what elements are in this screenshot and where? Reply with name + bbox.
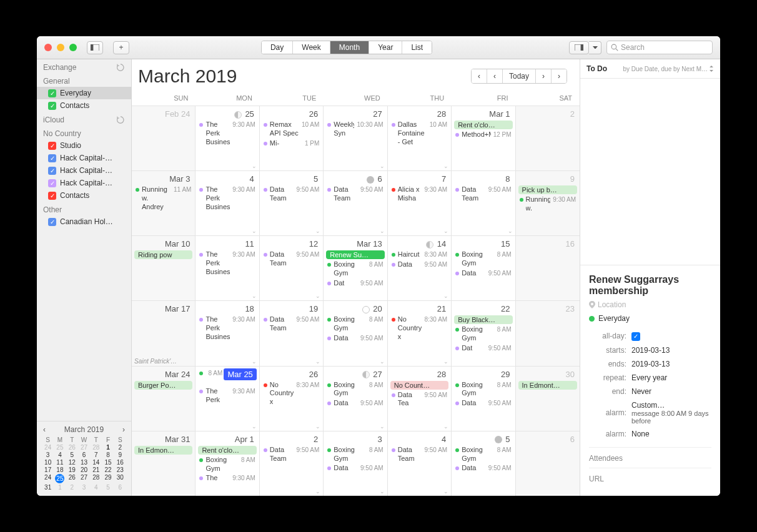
day-cell[interactable]: 26Remax API Spec10 AMMi-1 PM	[260, 106, 324, 170]
zoom-icon[interactable]	[69, 44, 77, 51]
allday-event[interactable]: Buy Black…	[454, 315, 512, 324]
more-icon[interactable]: ⌄	[380, 488, 385, 495]
mini-day[interactable]: 17	[42, 466, 54, 473]
view-day[interactable]: Day	[262, 41, 293, 54]
next-button[interactable]: ›	[552, 69, 567, 83]
mini-day[interactable]: 31	[42, 484, 54, 491]
allday-event[interactable]: Pick up b…	[518, 185, 577, 194]
allday-checkbox[interactable]: ✓	[631, 332, 640, 341]
allday-event[interactable]: No Count…	[390, 381, 448, 390]
day-cell[interactable]: 12Data Team9:50 AM⌄	[260, 235, 324, 300]
mini-day[interactable]: 26	[66, 444, 78, 451]
event[interactable]: Boxing Gym8 AM	[326, 260, 384, 278]
mini-day[interactable]: 3	[78, 484, 90, 491]
event[interactable]: The Perk Busines9:30 AM	[198, 315, 256, 342]
day-cell[interactable]: 22Buy Black…Boxing Gym8 AMDat9:50 AM	[452, 300, 515, 365]
allday-event[interactable]: In Edmont…	[518, 381, 577, 390]
prev-button-2[interactable]: ‹	[487, 69, 503, 83]
day-cell[interactable]: 26No Country x8:30 AM⌄	[260, 366, 324, 431]
ends-value[interactable]: 2019-03-13	[631, 360, 711, 368]
event[interactable]: The Perk Busines9:30 AM	[198, 185, 256, 212]
sidebar-item[interactable]: ✓Studio	[37, 139, 131, 152]
checkbox-icon[interactable]: ✓	[48, 179, 56, 187]
day-cell[interactable]: Mar 31In Edmon…	[132, 431, 195, 496]
event[interactable]: Data9:50 AM	[326, 333, 384, 343]
mini-day[interactable]: 6	[78, 451, 90, 458]
day-cell[interactable]: Mar 24Burger Po…	[132, 366, 195, 431]
more-icon[interactable]: ⌄	[252, 423, 257, 430]
day-cell[interactable]: 29Boxing Gym8 AMData9:50 AM	[452, 366, 515, 431]
mini-day[interactable]: 30	[114, 474, 126, 483]
mini-day[interactable]: 20	[78, 466, 90, 473]
event[interactable]: Data9:50 AM	[454, 398, 512, 408]
day-cell[interactable]: 27Weekly Syn10:30 AM⌄	[324, 106, 387, 170]
day-cell[interactable]: 27Boxing Gym8 AMData9:50 AM⌄	[324, 366, 387, 431]
mini-day[interactable]: 15	[102, 459, 114, 466]
event[interactable]: Boxing Gym8 AM	[454, 250, 512, 268]
day-cell[interactable]: 30In Edmont…	[516, 366, 580, 431]
mini-day[interactable]: 22	[102, 466, 114, 473]
day-cell[interactable]: Mar 25Boxing Gym8 AMThe Perk9:30 AM⌄	[195, 366, 259, 431]
day-cell[interactable]: 16	[516, 235, 580, 300]
mini-day[interactable]: 16	[114, 459, 126, 466]
more-icon[interactable]: ⌄	[443, 228, 448, 234]
mini-day[interactable]: 4	[90, 484, 102, 491]
event[interactable]: Boxing Gym8 AM	[454, 380, 512, 399]
event[interactable]: Data Team9:50 AM	[262, 185, 320, 204]
event-calendar-chip[interactable]: Everyday	[589, 314, 711, 323]
event[interactable]: Data9:50 AM	[454, 268, 512, 278]
event[interactable]: Weekly Syn10:30 AM	[326, 120, 384, 139]
alarm-value[interactable]: Custom… message 8:00 AM 9 days before	[631, 401, 711, 425]
more-icon[interactable]: ⌄	[315, 423, 320, 430]
day-cell[interactable]: 9Pick up b…Running w.9:30 AM	[516, 170, 580, 235]
checkbox-icon[interactable]: ✓	[48, 89, 56, 97]
sidebar-item[interactable]: ✓Canadian Hol…	[37, 215, 131, 228]
day-cell[interactable]: 14Haircut8:30 AMData9:50 AM⌄	[388, 235, 452, 300]
event[interactable]: Boxing Gym8 AM	[198, 455, 256, 474]
mini-day[interactable]: 11	[54, 459, 66, 466]
event[interactable]: Data9:50 AM	[326, 463, 384, 473]
day-cell[interactable]: 7Alicia x Misha9:30 AM⌄	[388, 170, 452, 235]
day-cell[interactable]: 20Boxing Gym8 AMData9:50 AM⌄	[324, 300, 387, 365]
more-icon[interactable]: ⌄	[443, 488, 448, 495]
event[interactable]: Data Team9:50 AM	[262, 250, 320, 268]
mini-day[interactable]: 19	[66, 466, 78, 473]
allday-event[interactable]: Rent o'clo…	[198, 446, 256, 455]
day-cell[interactable]: Apr 1Rent o'clo…Boxing Gym8 AMThe9:30 AM	[195, 431, 259, 496]
checkbox-icon[interactable]: ✓	[48, 154, 56, 162]
view-week[interactable]: Week	[293, 41, 330, 54]
event[interactable]: The Perk9:30 AM	[198, 387, 256, 405]
event[interactable]: Boxing Gym8 AM	[454, 445, 512, 464]
checkbox-icon[interactable]: ✓	[48, 192, 56, 200]
sidebar-item[interactable]: ✓Everyday	[37, 87, 131, 99]
event[interactable]: Boxing Gym8 AM	[326, 315, 384, 333]
mini-day[interactable]: 25	[55, 474, 64, 483]
day-cell[interactable]: 15Boxing Gym8 AMData9:50 AM	[452, 235, 515, 300]
search-input[interactable]: Search	[606, 41, 713, 54]
more-icon[interactable]: ⌄	[380, 163, 385, 169]
mini-day[interactable]: 9	[114, 451, 126, 458]
view-month[interactable]: Month	[330, 41, 369, 54]
day-cell[interactable]: Mar 3Running w. Andrey11 AM	[132, 170, 195, 235]
event[interactable]: Dat9:50 AM	[326, 278, 384, 288]
day-cell[interactable]: Mar 13Renew Su…Boxing Gym8 AMDat9:50 AM	[324, 235, 387, 300]
more-icon[interactable]: ⌄	[252, 228, 257, 234]
event[interactable]: Data9:50 AM	[326, 398, 384, 408]
day-cell[interactable]: 4Data Team9:50 AM⌄	[388, 431, 452, 496]
event[interactable]: The Perk Busines9:30 AM	[198, 250, 256, 277]
mini-day[interactable]: 13	[78, 459, 90, 466]
more-icon[interactable]: ⌄	[380, 423, 385, 430]
day-cell[interactable]: 28Dallas Fontaine - Get10 AM⌄	[388, 106, 452, 170]
sidebar-item[interactable]: ✓Hack Capital-…	[37, 164, 131, 177]
sidebar-item[interactable]: ✓Contacts	[37, 99, 131, 112]
mini-day[interactable]: 28	[90, 444, 102, 451]
day-cell[interactable]: 19Data Team9:50 AM⌄	[260, 300, 324, 365]
checkbox-icon[interactable]: ✓	[48, 102, 56, 110]
event[interactable]: Data Tea9:50 AM	[390, 390, 448, 409]
sidebar-item[interactable]: ✓Hack Capital-…	[37, 152, 131, 164]
prev-button[interactable]: ‹	[472, 69, 487, 83]
event[interactable]: Haircut8:30 AM	[390, 250, 448, 260]
more-icon[interactable]: ⌄	[252, 358, 257, 365]
sidebar-item[interactable]: ✓Hack Capital-…	[37, 177, 131, 189]
allday-event[interactable]: Rent o'clo…	[454, 121, 512, 129]
